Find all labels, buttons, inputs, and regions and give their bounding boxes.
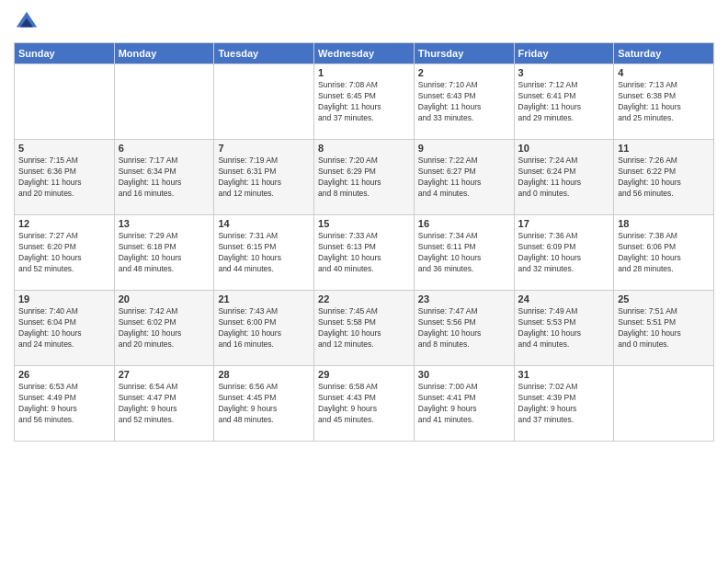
day-number: 29 [318,369,410,380]
logo [14,9,42,35]
day-info: Sunrise: 7:19 AM Sunset: 6:31 PM Dayligh… [218,155,310,200]
day-number: 7 [218,143,310,154]
day-cell [15,64,115,140]
day-number: 28 [218,369,310,380]
day-number: 15 [318,218,410,229]
day-info: Sunrise: 7:33 AM Sunset: 6:13 PM Dayligh… [318,231,410,275]
day-info: Sunrise: 6:56 AM Sunset: 4:45 PM Dayligh… [218,382,310,426]
day-cell: 28Sunrise: 6:56 AM Sunset: 4:45 PM Dayli… [214,366,314,442]
day-number: 21 [218,293,310,304]
day-number: 14 [218,218,310,229]
day-number: 18 [618,218,710,229]
header-day-saturday: Saturday [614,43,714,64]
day-cell: 14Sunrise: 7:31 AM Sunset: 6:15 PM Dayli… [214,215,314,291]
day-cell: 15Sunrise: 7:33 AM Sunset: 6:13 PM Dayli… [314,215,415,291]
day-cell: 31Sunrise: 7:02 AM Sunset: 4:39 PM Dayli… [514,366,614,442]
week-row-2: 5Sunrise: 7:15 AM Sunset: 6:36 PM Daylig… [15,140,714,215]
day-info: Sunrise: 7:02 AM Sunset: 4:39 PM Dayligh… [518,382,610,426]
day-number: 26 [18,369,110,380]
day-number: 1 [318,67,410,78]
header-day-friday: Friday [514,43,614,64]
week-row-1: 1Sunrise: 7:08 AM Sunset: 6:45 PM Daylig… [15,64,714,140]
day-cell: 24Sunrise: 7:49 AM Sunset: 5:53 PM Dayli… [514,291,614,366]
day-info: Sunrise: 7:49 AM Sunset: 5:53 PM Dayligh… [518,306,610,350]
day-info: Sunrise: 7:29 AM Sunset: 6:18 PM Dayligh… [119,231,210,275]
day-number: 22 [318,293,410,304]
day-cell: 26Sunrise: 6:53 AM Sunset: 4:49 PM Dayli… [15,366,115,442]
day-info: Sunrise: 7:43 AM Sunset: 6:00 PM Dayligh… [218,306,310,350]
day-cell: 20Sunrise: 7:42 AM Sunset: 6:02 PM Dayli… [114,291,214,366]
day-cell: 22Sunrise: 7:45 AM Sunset: 5:58 PM Dayli… [314,291,415,366]
day-number: 25 [618,293,710,304]
day-cell: 30Sunrise: 7:00 AM Sunset: 4:41 PM Dayli… [414,366,514,442]
day-info: Sunrise: 7:17 AM Sunset: 6:34 PM Dayligh… [119,155,210,200]
day-number: 9 [418,143,510,154]
day-info: Sunrise: 7:15 AM Sunset: 6:36 PM Dayligh… [18,155,110,200]
week-row-5: 26Sunrise: 6:53 AM Sunset: 4:49 PM Dayli… [15,366,714,442]
day-cell: 1Sunrise: 7:08 AM Sunset: 6:45 PM Daylig… [314,64,415,140]
day-info: Sunrise: 7:47 AM Sunset: 5:56 PM Dayligh… [418,306,510,350]
week-row-4: 19Sunrise: 7:40 AM Sunset: 6:04 PM Dayli… [15,291,714,366]
day-number: 30 [418,369,510,380]
day-number: 2 [418,67,510,78]
day-info: Sunrise: 7:13 AM Sunset: 6:38 PM Dayligh… [618,80,710,124]
day-cell: 9Sunrise: 7:22 AM Sunset: 6:27 PM Daylig… [414,140,514,215]
day-info: Sunrise: 7:40 AM Sunset: 6:04 PM Dayligh… [18,306,110,350]
day-number: 4 [618,67,710,78]
day-cell: 3Sunrise: 7:12 AM Sunset: 6:41 PM Daylig… [514,64,614,140]
day-info: Sunrise: 7:10 AM Sunset: 6:43 PM Dayligh… [418,80,510,124]
day-number: 13 [119,218,210,229]
header-day-sunday: Sunday [15,43,115,64]
header-day-tuesday: Tuesday [214,43,314,64]
day-cell: 17Sunrise: 7:36 AM Sunset: 6:09 PM Dayli… [514,215,614,291]
day-number: 20 [119,293,210,304]
day-info: Sunrise: 7:36 AM Sunset: 6:09 PM Dayligh… [518,231,610,275]
day-number: 31 [518,369,610,380]
page: SundayMondayTuesdayWednesdayThursdayFrid… [0,0,728,563]
header-day-monday: Monday [114,43,214,64]
day-number: 24 [518,293,610,304]
day-info: Sunrise: 6:58 AM Sunset: 4:43 PM Dayligh… [318,382,410,426]
day-cell: 13Sunrise: 7:29 AM Sunset: 6:18 PM Dayli… [114,215,214,291]
day-cell: 7Sunrise: 7:19 AM Sunset: 6:31 PM Daylig… [214,140,314,215]
day-info: Sunrise: 6:53 AM Sunset: 4:49 PM Dayligh… [18,382,110,426]
header [14,9,714,35]
day-cell: 27Sunrise: 6:54 AM Sunset: 4:47 PM Dayli… [114,366,214,442]
day-cell: 16Sunrise: 7:34 AM Sunset: 6:11 PM Dayli… [414,215,514,291]
day-cell: 11Sunrise: 7:26 AM Sunset: 6:22 PM Dayli… [614,140,714,215]
header-row: SundayMondayTuesdayWednesdayThursdayFrid… [15,43,714,64]
day-info: Sunrise: 7:00 AM Sunset: 4:41 PM Dayligh… [418,382,510,426]
day-cell: 23Sunrise: 7:47 AM Sunset: 5:56 PM Dayli… [414,291,514,366]
day-number: 10 [518,143,610,154]
day-cell: 12Sunrise: 7:27 AM Sunset: 6:20 PM Dayli… [15,215,115,291]
day-number: 8 [318,143,410,154]
day-info: Sunrise: 7:12 AM Sunset: 6:41 PM Dayligh… [518,80,610,124]
day-number: 5 [18,143,110,154]
day-info: Sunrise: 7:38 AM Sunset: 6:06 PM Dayligh… [618,231,710,275]
day-cell: 6Sunrise: 7:17 AM Sunset: 6:34 PM Daylig… [114,140,214,215]
day-info: Sunrise: 7:22 AM Sunset: 6:27 PM Dayligh… [418,155,510,200]
day-number: 23 [418,293,510,304]
day-cell: 10Sunrise: 7:24 AM Sunset: 6:24 PM Dayli… [514,140,614,215]
day-cell: 25Sunrise: 7:51 AM Sunset: 5:51 PM Dayli… [614,291,714,366]
day-info: Sunrise: 7:34 AM Sunset: 6:11 PM Dayligh… [418,231,510,275]
day-cell [114,64,214,140]
day-cell: 2Sunrise: 7:10 AM Sunset: 6:43 PM Daylig… [414,64,514,140]
day-number: 12 [18,218,110,229]
day-cell: 21Sunrise: 7:43 AM Sunset: 6:00 PM Dayli… [214,291,314,366]
header-day-wednesday: Wednesday [314,43,415,64]
day-info: Sunrise: 7:20 AM Sunset: 6:29 PM Dayligh… [318,155,410,200]
day-number: 11 [618,143,710,154]
calendar-table: SundayMondayTuesdayWednesdayThursdayFrid… [14,42,714,442]
day-number: 3 [518,67,610,78]
day-info: Sunrise: 7:08 AM Sunset: 6:45 PM Dayligh… [318,80,410,124]
day-number: 27 [119,369,210,380]
day-info: Sunrise: 7:24 AM Sunset: 6:24 PM Dayligh… [518,155,610,200]
day-number: 19 [18,293,110,304]
day-cell [614,366,714,442]
day-info: Sunrise: 7:45 AM Sunset: 5:58 PM Dayligh… [318,306,410,350]
day-cell: 5Sunrise: 7:15 AM Sunset: 6:36 PM Daylig… [15,140,115,215]
logo-icon [14,9,40,35]
day-info: Sunrise: 6:54 AM Sunset: 4:47 PM Dayligh… [119,382,210,426]
day-info: Sunrise: 7:42 AM Sunset: 6:02 PM Dayligh… [119,306,210,350]
